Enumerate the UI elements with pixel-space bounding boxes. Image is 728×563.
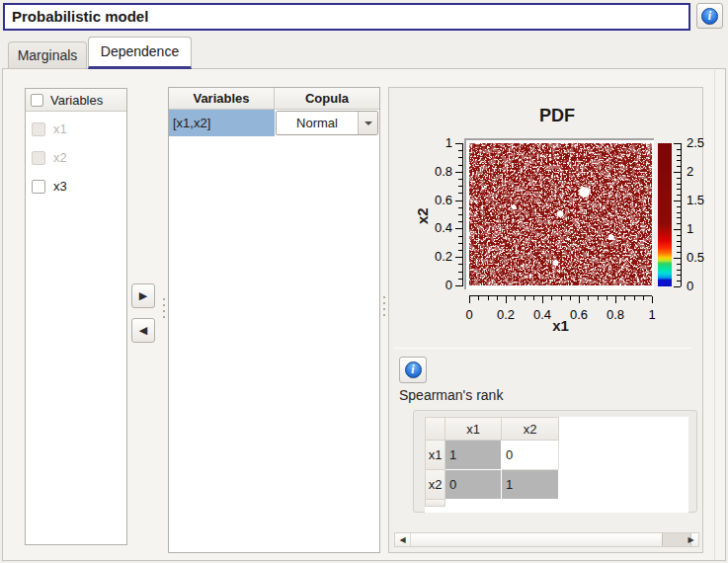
colorbar-axis-line	[681, 143, 682, 286]
copula-select-dropdown[interactable]	[358, 112, 377, 134]
scroll-right-icon: ▶	[688, 535, 693, 544]
copula-table-header: Variables Copula	[169, 88, 379, 110]
colorbar-minor-tick	[677, 281, 681, 282]
density-hotspot	[511, 204, 517, 209]
colorbar-minor-tick	[677, 195, 681, 196]
y-tick-label: 0.6	[417, 193, 452, 207]
y-major-tick	[455, 201, 462, 201]
y-tick-label: 0.8	[417, 164, 452, 179]
select-all-checkbox[interactable]	[31, 94, 43, 107]
colorbar-minor-tick	[677, 149, 681, 150]
spearman-cell[interactable]: 0	[502, 441, 559, 470]
spearman-col-header[interactable]: x1	[445, 417, 502, 441]
arrow-left-icon: ◀	[139, 324, 147, 337]
variables-list: Variables x1x2x3	[25, 88, 127, 545]
y-major-tick	[455, 143, 462, 144]
colorbar-major-tick	[674, 286, 681, 287]
colorbar-major-tick	[674, 258, 681, 259]
y-minor-tick	[458, 243, 462, 244]
arrow-right-icon: ▶	[139, 289, 147, 302]
x-minor-tick	[525, 296, 526, 300]
chevron-down-icon	[364, 121, 372, 125]
density-hotspot	[552, 260, 559, 266]
colorbar-major-tick	[674, 229, 681, 230]
info-icon: i	[405, 362, 422, 378]
spearman-row-header[interactable]: x2	[425, 470, 445, 500]
info-icon: i	[701, 8, 718, 25]
spearman-cell: 0	[445, 470, 502, 500]
x-minor-tick	[570, 296, 571, 300]
y-minor-tick	[458, 279, 462, 280]
y-tick-label: 1	[417, 135, 452, 150]
x-minor-tick	[488, 296, 489, 300]
copula-row-copula-cell: Normal	[275, 110, 379, 136]
splitter-handle[interactable]	[163, 298, 165, 322]
spearman-corner-cell[interactable]	[425, 417, 445, 441]
tab-dependence[interactable]: Dependence	[88, 37, 192, 69]
x-tick-label: 0.2	[488, 307, 524, 322]
y-minor-tick	[458, 179, 462, 180]
y-minor-tick	[458, 165, 462, 166]
x-major-tick	[469, 296, 470, 303]
x-tick-label: 0.4	[525, 307, 560, 322]
y-tick-label: 0.2	[417, 249, 452, 264]
copula-row-variables-cell[interactable]: [x1,x2]	[169, 110, 275, 136]
spearman-col-header[interactable]: x2	[502, 417, 559, 441]
spearman-info-button[interactable]: i	[399, 357, 427, 383]
colorbar-tick-label: 2.5	[687, 135, 716, 150]
x-minor-tick	[497, 296, 498, 300]
variable-item: x2	[26, 143, 126, 172]
x-tick-label: 1	[634, 307, 670, 322]
x-major-tick	[506, 296, 507, 303]
tab-marginals[interactable]: Marginals	[8, 41, 87, 68]
scrollbar-left-arrow[interactable]: ◀	[395, 533, 411, 546]
y-minor-tick	[458, 214, 462, 215]
y-minor-tick	[458, 264, 462, 265]
pdf-heatmap	[469, 143, 652, 285]
x-minor-tick	[607, 296, 607, 300]
x-minor-tick	[533, 296, 534, 300]
colorbar-minor-tick	[677, 184, 681, 185]
y-axis-line	[462, 143, 463, 286]
scrollbar-right-arrow[interactable]: ▶	[683, 533, 698, 546]
y-minor-tick	[458, 186, 462, 187]
dependence-detail-panel: PDF x2 x1 i Spe	[388, 87, 703, 553]
x-major-tick	[542, 296, 543, 303]
colorbar-major-tick	[674, 172, 681, 173]
colorbar-major-tick	[674, 143, 681, 144]
density-hotspot	[556, 210, 564, 217]
move-right-button[interactable]: ▶	[131, 283, 155, 308]
spearman-row-header[interactable]: x1	[425, 441, 445, 470]
variable-item[interactable]: x3	[26, 172, 126, 201]
colorbar-tick-label: 1	[687, 221, 716, 236]
page-title: Probabilistic model	[3, 3, 690, 31]
x-minor-tick	[478, 296, 479, 300]
colorbar-minor-tick	[677, 206, 681, 207]
y-major-tick	[455, 285, 462, 286]
copula-select[interactable]: Normal	[276, 111, 378, 135]
variable-checkbox[interactable]	[32, 180, 45, 194]
move-left-button[interactable]: ◀	[131, 318, 155, 343]
y-tick-label: 0	[417, 278, 452, 292]
variable-item: x1	[26, 115, 126, 143]
colorbar-minor-tick	[677, 160, 681, 161]
copula-table-row[interactable]: [x1,x2] Normal	[169, 110, 379, 136]
density-hotspot	[607, 234, 614, 240]
colorbar-major-tick	[674, 201, 681, 201]
model-info-button[interactable]: i	[696, 3, 723, 29]
splitter-handle[interactable]	[383, 296, 385, 320]
variable-checkbox	[32, 122, 45, 136]
colorbar-minor-tick	[677, 235, 681, 236]
colorbar-minor-tick	[677, 178, 681, 179]
y-major-tick	[455, 228, 462, 229]
spearman-row-stub	[425, 500, 445, 507]
spearman-cell: 1	[502, 470, 559, 500]
x-minor-tick	[643, 296, 644, 300]
colorbar-minor-tick	[677, 264, 681, 265]
x-minor-tick	[624, 296, 625, 300]
y-minor-tick	[458, 157, 462, 158]
y-tick-label: 0.4	[417, 220, 452, 235]
variables-list-header-label: Variables	[50, 93, 103, 108]
horizontal-scrollbar[interactable]: ◀ ▶	[394, 532, 699, 547]
colorbar-minor-tick	[677, 189, 681, 190]
